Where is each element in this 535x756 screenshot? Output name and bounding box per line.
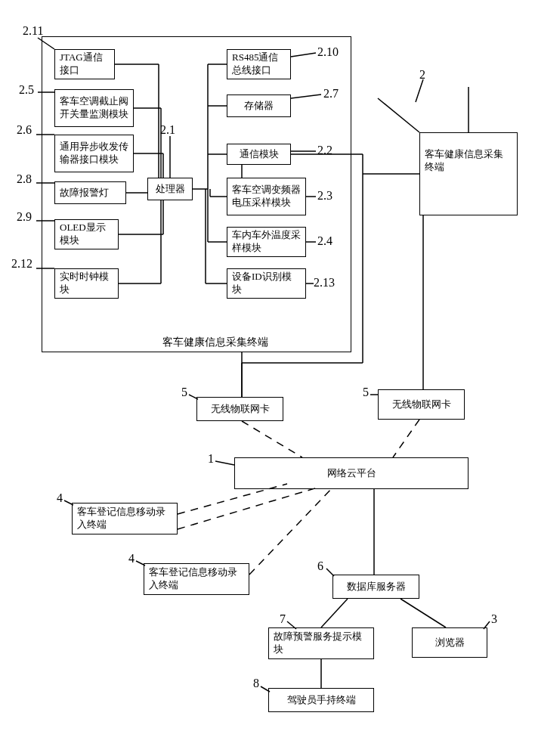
node-label: OLED显示模块	[60, 222, 113, 247]
node-label: 浏览器	[435, 637, 465, 649]
node-label: 车内车外温度采样模块	[232, 229, 301, 255]
node-label: 网络云平台	[327, 467, 376, 480]
node-valve-monitor: 客车空调截止阀开关量监测模块	[54, 89, 134, 127]
node-memory: 存储器	[227, 94, 291, 117]
node-label: 存储器	[244, 100, 274, 113]
node-label: 无线物联网卡	[392, 398, 451, 411]
svg-line-49	[242, 421, 302, 457]
node-label: 通信模块	[240, 148, 279, 161]
node-iot-card-b: 无线物联网卡	[378, 389, 465, 420]
svg-line-61	[321, 599, 348, 627]
label-2-12: 2.12	[11, 257, 32, 271]
node-label: 无线物联网卡	[211, 403, 270, 416]
label-2-2: 2.2	[317, 144, 332, 157]
label-1: 1	[208, 452, 214, 466]
node-label: RS485通信总线接口	[232, 51, 286, 77]
node-terminal-right: 客车健康信息采集终端	[419, 132, 518, 215]
node-alarm-service: 故障预警服务提示模块	[268, 627, 374, 659]
label-2-7: 2.7	[323, 87, 339, 101]
node-label: 客车空调截止阀开关量监测模块	[60, 95, 128, 121]
node-alarm-led: 故障报警灯	[54, 181, 126, 204]
label-4a: 4	[57, 491, 63, 505]
node-rs485: RS485通信总线接口	[227, 49, 291, 79]
label-2-13: 2.13	[314, 276, 335, 290]
svg-line-41	[416, 79, 423, 102]
svg-line-40	[378, 98, 419, 132]
label-2-11: 2.11	[23, 24, 43, 38]
node-label: 设备ID识别模块	[232, 271, 301, 296]
label-2: 2	[419, 68, 425, 82]
node-label: 故障预警服务提示模块	[274, 631, 369, 656]
node-label: 驾驶员手持终端	[287, 694, 356, 707]
node-label: 客车登记信息移动录入终端	[77, 506, 172, 531]
svg-line-55	[178, 488, 317, 529]
node-reg-terminal-a: 客车登记信息移动录入终端	[72, 503, 178, 534]
label-2-8: 2.8	[17, 172, 32, 186]
node-device-id: 设备ID识别模块	[227, 268, 306, 299]
node-cloud-platform: 网络云平台	[234, 457, 469, 489]
label-6: 6	[317, 559, 323, 573]
label-2-5: 2.5	[19, 83, 34, 97]
node-processor: 处理器	[147, 178, 193, 200]
node-label: JTAG通信接口	[60, 51, 110, 77]
label-3: 3	[491, 612, 497, 626]
node-rtc: 实时时钟模块	[54, 268, 119, 299]
label-4b: 4	[128, 552, 135, 565]
terminal-detail-caption: 客车健康信息采集终端	[162, 336, 268, 349]
node-label: 通用异步收发传输器接口模块	[60, 141, 128, 166]
node-label: 故障报警灯	[60, 187, 109, 200]
node-comm-module: 通信模块	[227, 144, 291, 165]
node-inverter-voltage: 客车空调变频器电压采样模块	[227, 178, 306, 215]
label-2-10: 2.10	[317, 45, 339, 59]
label-2-6: 2.6	[17, 123, 32, 137]
label-2-1: 2.1	[160, 123, 175, 137]
node-label: 客车空调变频器电压采样模块	[232, 184, 301, 209]
node-label: 客车健康信息采集终端	[425, 148, 512, 174]
node-oled: OLED显示模块	[54, 219, 119, 249]
node-db-server: 数据库服务器	[332, 575, 419, 599]
label-5b: 5	[363, 386, 369, 399]
node-jtag: JTAG通信接口	[54, 49, 115, 79]
node-driver-handheld: 驾驶员手持终端	[268, 688, 374, 712]
label-7: 7	[280, 612, 286, 626]
node-uart: 通用异步收发传输器接口模块	[54, 135, 134, 172]
node-browser: 浏览器	[412, 627, 487, 658]
node-temperature: 车内车外温度采样模块	[227, 227, 306, 257]
label-2-9: 2.9	[17, 210, 32, 224]
label-2-3: 2.3	[317, 189, 332, 203]
node-label: 数据库服务器	[347, 581, 406, 593]
node-label: 处理器	[156, 183, 185, 196]
svg-line-62	[400, 599, 446, 627]
label-5a: 5	[181, 386, 187, 399]
svg-line-50	[393, 420, 419, 457]
label-2-4: 2.4	[317, 234, 332, 248]
node-label: 客车登记信息移动录入终端	[149, 566, 244, 592]
node-iot-card-a: 无线物联网卡	[196, 397, 283, 421]
svg-line-53	[215, 461, 234, 465]
node-label: 实时时钟模块	[60, 271, 113, 296]
label-8: 8	[253, 677, 259, 690]
node-reg-terminal-b: 客车登记信息移动录入终端	[144, 563, 249, 595]
